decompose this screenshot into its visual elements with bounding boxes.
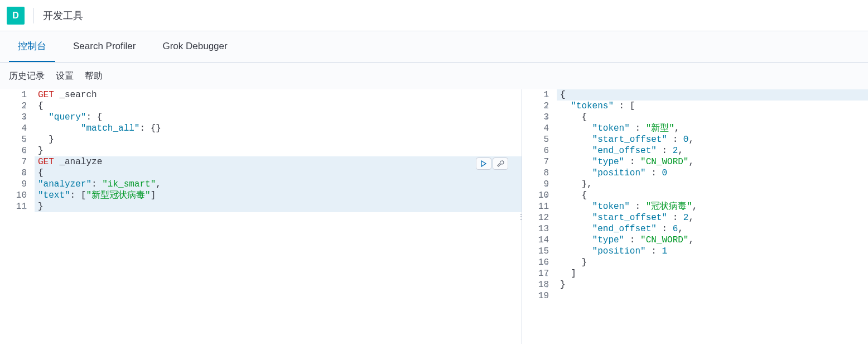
- gutter-line-number: 6: [522, 145, 549, 156]
- gutter-line-number: 4: [522, 123, 549, 134]
- app-logo: D: [7, 7, 25, 25]
- code-line[interactable]: }: [557, 257, 868, 268]
- code-line[interactable]: "analyzer": "ik_smart",: [35, 179, 522, 190]
- code-line[interactable]: "type" : "CN_WORD",: [557, 235, 868, 246]
- panes: 12▾3▾45▴6▴78▾91011▴ GET _search{ "query"…: [0, 89, 868, 344]
- code-line[interactable]: "position" : 0: [557, 168, 868, 179]
- code-line[interactable]: {: [557, 89, 868, 101]
- gutter-line-number: 2▾: [522, 101, 549, 112]
- tab-search-profiler[interactable]: Search Profiler: [64, 31, 144, 62]
- code-line[interactable]: "query": {: [35, 112, 522, 123]
- gutter-line-number: 7: [0, 156, 27, 168]
- code-line[interactable]: ]: [557, 268, 868, 279]
- code-line[interactable]: "type" : "CN_WORD",: [557, 156, 868, 168]
- code-line[interactable]: "token" : "新型",: [557, 123, 868, 134]
- gutter-line-number: 5: [522, 134, 549, 145]
- gutter-line-number: 5▴: [0, 134, 27, 145]
- subnav-history[interactable]: 历史记录: [9, 70, 45, 82]
- code-line[interactable]: "end_offset" : 6,: [557, 223, 868, 235]
- gutter-line-number: 14: [522, 235, 549, 246]
- gutter-line-number: 3▾: [0, 112, 27, 123]
- subnav: 历史记录 设置 帮助: [0, 63, 868, 89]
- code-line[interactable]: }: [557, 279, 868, 290]
- response-editor[interactable]: 1▾2▾3▾456789▴10▾111213141516▴17▴18▴19 { …: [522, 89, 868, 344]
- code-line[interactable]: "end_offset" : 2,: [557, 145, 868, 156]
- gutter-line-number: 1▾: [522, 89, 549, 101]
- gutter-line-number: 10: [0, 190, 27, 201]
- code-line[interactable]: "match_all": {}: [35, 123, 522, 134]
- gutter-line-number: 11▴: [0, 201, 27, 212]
- request-code[interactable]: GET _search{ "query": { "match_all": {} …: [35, 89, 522, 344]
- gutter-line-number: 18▴: [522, 279, 549, 290]
- subnav-help[interactable]: 帮助: [85, 70, 103, 82]
- code-line[interactable]: [557, 290, 868, 302]
- code-line[interactable]: }: [35, 201, 522, 212]
- app-title: 开发工具: [43, 9, 83, 22]
- gutter-line-number: 7: [522, 156, 549, 168]
- gutter-line-number: 10▾: [522, 190, 549, 201]
- gutter-line-number: 12: [522, 212, 549, 223]
- options-button[interactable]: [493, 157, 508, 170]
- gutter-line-number: 13: [522, 223, 549, 235]
- wrench-icon: [496, 160, 504, 168]
- gutter-line-number: 4: [0, 123, 27, 134]
- tabs-bar: 控制台 Search Profiler Grok Debugger: [0, 31, 868, 63]
- code-line[interactable]: },: [557, 179, 868, 190]
- page-header: D 开发工具: [0, 0, 868, 31]
- code-line[interactable]: "token" : "冠状病毒",: [557, 201, 868, 212]
- gutter-line-number: 17▴: [522, 268, 549, 279]
- tab-grok-debugger[interactable]: Grok Debugger: [153, 31, 236, 62]
- response-code[interactable]: { "tokens" : [ { "token" : "新型", "start_…: [557, 89, 868, 344]
- splitter-handle[interactable]: ⋮: [518, 213, 523, 221]
- code-line[interactable]: GET _analyze: [35, 156, 522, 168]
- gutter-line-number: 8▾: [0, 168, 27, 179]
- gutter-line-number: 11: [522, 201, 549, 212]
- code-line[interactable]: }: [35, 134, 522, 145]
- code-line[interactable]: GET _search: [35, 89, 522, 101]
- gutter-line-number: 16▴: [522, 257, 549, 268]
- subnav-settings[interactable]: 设置: [56, 70, 74, 82]
- code-line[interactable]: "position" : 1: [557, 246, 868, 257]
- code-line[interactable]: "tokens" : [: [557, 101, 868, 112]
- request-gutter: 12▾3▾45▴6▴78▾91011▴: [0, 89, 35, 344]
- request-pane: 12▾3▾45▴6▴78▾91011▴ GET _search{ "query"…: [0, 89, 522, 344]
- code-line[interactable]: {: [557, 112, 868, 123]
- code-line[interactable]: {: [35, 101, 522, 112]
- gutter-line-number: 1: [0, 89, 27, 101]
- play-icon: [480, 160, 488, 168]
- code-line[interactable]: "text": ["新型冠状病毒"]: [35, 190, 522, 201]
- fold-toggle[interactable]: ▴: [23, 203, 26, 214]
- gutter-line-number: 3▾: [522, 112, 549, 123]
- response-pane: 1▾2▾3▾456789▴10▾111213141516▴17▴18▴19 { …: [522, 89, 868, 344]
- gutter-line-number: 9▴: [522, 179, 549, 190]
- request-editor[interactable]: 12▾3▾45▴6▴78▾91011▴ GET _search{ "query"…: [0, 89, 522, 344]
- gutter-line-number: 2▾: [0, 101, 27, 112]
- request-actions: [476, 157, 508, 170]
- code-line[interactable]: }: [35, 145, 522, 156]
- gutter-line-number: 15: [522, 246, 549, 257]
- code-line[interactable]: "start_offset" : 2,: [557, 212, 868, 223]
- run-button[interactable]: [476, 157, 491, 170]
- header-divider: [33, 8, 34, 23]
- gutter-line-number: 19: [522, 290, 549, 302]
- gutter-line-number: 9: [0, 179, 27, 190]
- gutter-line-number: 6▴: [0, 145, 27, 156]
- tab-console[interactable]: 控制台: [9, 31, 55, 62]
- code-line[interactable]: "start_offset" : 0,: [557, 134, 868, 145]
- response-gutter: 1▾2▾3▾456789▴10▾111213141516▴17▴18▴19: [522, 89, 557, 344]
- gutter-line-number: 8: [522, 168, 549, 179]
- code-line[interactable]: {: [35, 168, 522, 179]
- code-line[interactable]: {: [557, 190, 868, 201]
